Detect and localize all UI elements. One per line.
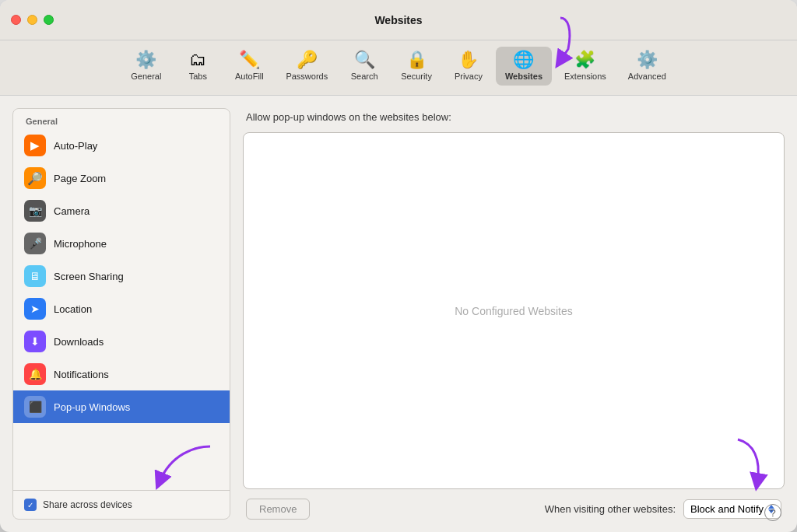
privacy-label: Privacy: [455, 72, 483, 81]
sidebar-label-microphone: Microphone: [54, 238, 107, 250]
passwords-icon: 🔑: [297, 51, 318, 68]
right-panel: Allow pop-up windows on the websites bel…: [243, 108, 785, 520]
window-title: Websites: [374, 14, 422, 26]
advanced-icon: ⚙️: [637, 51, 658, 68]
extensions-icon: 🧩: [574, 51, 595, 68]
sidebar-item-microphone[interactable]: 🎤 Microphone: [13, 227, 230, 260]
sidebar-item-notifications[interactable]: 🔔 Notifications: [13, 358, 230, 390]
sidebar-label-autoplay: Auto-Play: [54, 140, 97, 152]
sidebar-label-location: Location: [54, 303, 92, 315]
sidebar-label-downloads: Downloads: [54, 336, 104, 348]
panel-bottom: Remove When visiting other websites: Blo…: [243, 499, 785, 520]
general-icon: ⚙️: [135, 51, 156, 68]
websites-icon: 🌐: [513, 51, 534, 68]
tab-privacy[interactable]: ✋ Privacy: [444, 47, 493, 86]
remove-button[interactable]: Remove: [246, 499, 310, 520]
notifications-icon: 🔔: [24, 363, 46, 385]
tab-search[interactable]: 🔍 Search: [340, 47, 388, 86]
tab-passwords[interactable]: 🔑 Passwords: [276, 47, 337, 86]
sidebar-item-screensharing[interactable]: 🖥 Screen Sharing: [13, 260, 230, 292]
websites-label: Websites: [505, 72, 542, 81]
share-across-devices-checkbox[interactable]: ✓: [24, 499, 37, 511]
close-button[interactable]: [11, 15, 21, 25]
title-bar: Websites: [0, 0, 797, 40]
sidebar-item-location[interactable]: ➤ Location: [13, 292, 230, 325]
sidebar-bottom: ✓ Share across devices: [13, 490, 230, 519]
sidebar-label-screensharing: Screen Sharing: [54, 271, 124, 282]
tab-extensions[interactable]: 🧩 Extensions: [555, 47, 616, 86]
tabs-label: Tabs: [189, 72, 207, 81]
tab-tabs[interactable]: 🗂 Tabs: [174, 47, 222, 86]
main-content: General ▶ Auto-Play 🔎 Page Zoom 📷 Camera…: [0, 96, 797, 532]
traffic-lights: [11, 15, 54, 25]
dropdown-value: Block and Notify: [690, 503, 764, 515]
autofill-icon: ✏️: [239, 51, 260, 68]
security-icon: 🔒: [406, 51, 427, 68]
search-label: Search: [351, 72, 378, 81]
panel-bottom-right: When visiting other websites: Block and …: [545, 499, 781, 519]
popupwindows-icon: ⬛: [24, 396, 46, 418]
general-label: General: [131, 72, 161, 81]
sidebar-label-camera: Camera: [54, 205, 90, 217]
sidebar-label-popupwindows: Pop-up Windows: [54, 401, 130, 413]
search-icon: 🔍: [354, 51, 375, 68]
help-button[interactable]: ?: [764, 504, 781, 521]
minimize-button[interactable]: [27, 15, 37, 25]
sidebar-item-downloads[interactable]: ⬇ Downloads: [13, 325, 230, 358]
passwords-label: Passwords: [286, 72, 328, 81]
extensions-label: Extensions: [564, 72, 606, 81]
share-across-devices-label: Share across devices: [43, 499, 132, 510]
sidebar-item-pagezoom[interactable]: 🔎 Page Zoom: [13, 162, 230, 194]
sidebar-item-camera[interactable]: 📷 Camera: [13, 194, 230, 227]
sidebar-section-label: General: [13, 109, 230, 129]
tab-websites[interactable]: 🌐 Websites: [496, 47, 552, 86]
sidebar-item-autoplay[interactable]: ▶ Auto-Play: [13, 129, 230, 162]
pagezoom-icon: 🔎: [24, 167, 46, 189]
sidebar: General ▶ Auto-Play 🔎 Page Zoom 📷 Camera…: [12, 108, 230, 520]
screensharing-icon: 🖥: [24, 265, 46, 287]
tab-security[interactable]: 🔒 Security: [391, 47, 441, 86]
tab-autofill[interactable]: ✏️ AutoFill: [225, 47, 273, 86]
maximize-button[interactable]: [44, 15, 54, 25]
tab-general[interactable]: ⚙️ General: [121, 47, 170, 86]
privacy-icon: ✋: [458, 51, 479, 68]
autofill-label: AutoFill: [235, 72, 264, 81]
downloads-icon: ⬇: [24, 331, 46, 352]
safari-preferences-window: Websites ⚙️ General 🗂 Tabs ✏️ AutoFill 🔑…: [0, 0, 797, 532]
autoplay-icon: ▶: [24, 135, 46, 156]
advanced-label: Advanced: [628, 72, 666, 81]
sidebar-label-notifications: Notifications: [54, 369, 109, 380]
toolbar: ⚙️ General 🗂 Tabs ✏️ AutoFill 🔑 Password…: [0, 40, 797, 96]
tabs-icon: 🗂: [189, 51, 206, 68]
sidebar-item-popupwindows[interactable]: ⬛ Pop-up Windows: [13, 390, 230, 423]
sidebar-label-pagezoom: Page Zoom: [54, 173, 106, 184]
when-visiting-label: When visiting other websites:: [545, 503, 676, 515]
camera-icon: 📷: [24, 200, 46, 222]
location-icon: ➤: [24, 298, 46, 320]
no-configured-text: No Configured Websites: [455, 305, 572, 317]
microphone-icon: 🎤: [24, 233, 46, 254]
websites-list: No Configured Websites: [243, 132, 785, 489]
security-label: Security: [401, 72, 432, 81]
tab-advanced[interactable]: ⚙️ Advanced: [619, 47, 676, 86]
panel-description: Allow pop-up windows on the websites bel…: [243, 108, 785, 123]
